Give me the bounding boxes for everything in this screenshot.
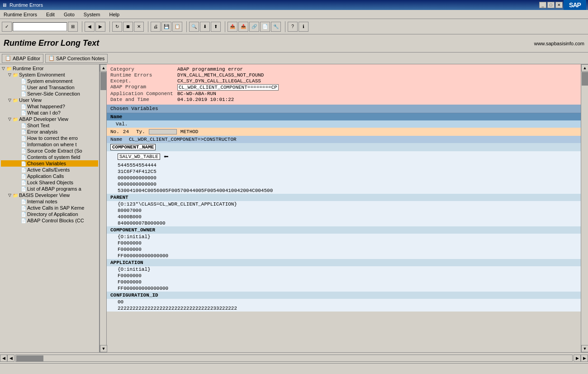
input-icon-btn[interactable]: ⊞ xyxy=(68,22,78,32)
save-btn[interactable]: 💾 xyxy=(161,22,171,32)
doc-icon: 📄 xyxy=(21,218,26,223)
tree-item-label: ABAP Control Blocks (CC xyxy=(27,218,84,223)
refresh-btn[interactable]: ↻ xyxy=(112,22,122,32)
toolbar-group-help: ? ℹ xyxy=(288,22,308,32)
misc-btn3[interactable]: 🔗 xyxy=(249,22,259,32)
sep-4 xyxy=(186,21,187,32)
menu-edit[interactable]: Edit xyxy=(44,11,57,18)
data-section: COMPONENT_NAME SALV_WD_TABLE ⬅ 544555455… xyxy=(107,143,588,312)
tree-scrollbar[interactable]: ▲ ▼ xyxy=(100,64,107,352)
misc-btn2[interactable]: 📥 xyxy=(238,22,248,32)
misc-btn4[interactable]: 📄 xyxy=(260,22,270,32)
tree-item-what-can-i-do[interactable]: 📄What can I do? xyxy=(1,110,98,116)
info-btn[interactable]: ℹ xyxy=(299,22,308,32)
floppy-btn[interactable]: 📋 xyxy=(172,22,182,32)
h-scroll-right2[interactable]: ▶ xyxy=(574,355,581,362)
list-item: FF000000000000000 xyxy=(107,253,588,259)
back-btn[interactable]: ◀ xyxy=(85,22,95,32)
doc-icon: 📄 xyxy=(21,142,26,147)
doc-icon: 📄 xyxy=(21,123,26,128)
tree-item-active-calls-events[interactable]: 📄Active Calls/Events xyxy=(1,167,98,173)
tree-item-label: Information on where t xyxy=(27,142,76,147)
tree-item-application-calls[interactable]: 📄Application Calls xyxy=(1,173,98,179)
tree-scroll-up[interactable]: ▲ xyxy=(100,64,107,72)
error-row-component: Application Component BC-WD-ABA-RUN xyxy=(110,91,584,96)
list-item: {O:123*\CLASS=CL_WDR_CLIENT_APPLICATION} xyxy=(107,201,588,207)
tree-item-abap-control-blocks[interactable]: 📄ABAP Control Blocks (CC xyxy=(1,217,98,224)
cancel-btn[interactable]: ✕ xyxy=(134,22,144,32)
tree-scroll-down[interactable]: ▼ xyxy=(100,345,107,352)
close-btn[interactable]: ✕ xyxy=(555,2,563,8)
error-row-category: Category ABAP programming error xyxy=(110,67,584,72)
content-scroll-up[interactable]: ▲ xyxy=(581,64,588,72)
tree-item-system-environment[interactable]: ▽📁System Environment xyxy=(1,72,98,78)
abap-editor-label: ABAP Editor xyxy=(13,56,40,61)
tree-item-server-side[interactable]: 📄Server-Side Connection xyxy=(1,91,98,97)
folder-icon: 📁 xyxy=(6,66,12,71)
menu-goto[interactable]: Goto xyxy=(62,11,76,18)
tree-item-basis-developer-view[interactable]: ▽📁BASIS Developer View xyxy=(1,192,98,198)
folder-icon: 📁 xyxy=(13,72,18,77)
tree-scroll-thumb[interactable] xyxy=(100,72,107,90)
tree-item-label: Source Code Extract (So xyxy=(27,148,82,153)
folder-icon: 📁 xyxy=(13,117,18,122)
print-btn[interactable]: 🖨 xyxy=(151,22,161,32)
content-scrollbar[interactable]: ▲ ▼ xyxy=(581,64,588,352)
tree-item-user-transaction[interactable]: 📄User and Transaction xyxy=(1,84,98,91)
h-scroll-track xyxy=(15,355,573,362)
tree-item-internal-notes[interactable]: 📄Internal notes xyxy=(1,198,98,205)
doc-icon: 📄 xyxy=(21,155,26,160)
tree-item-how-to-correct[interactable]: 📄How to correct the erro xyxy=(1,135,98,141)
toolbar-group-misc: 📤 📥 🔗 📄 🔧 xyxy=(228,22,281,32)
error-row-abap: ABAP Program CL_WDR_CLIENT_COMPONENT====… xyxy=(110,84,584,91)
stop-btn[interactable]: ⏹ xyxy=(123,22,133,32)
minimize-btn[interactable]: _ xyxy=(539,2,546,8)
correction-notes-btn[interactable]: 📋 SAP Correction Notes xyxy=(45,54,108,63)
content-scroll-thumb[interactable] xyxy=(582,72,588,86)
content-scroll-down[interactable]: ▼ xyxy=(581,345,588,352)
tree-item-user-view[interactable]: ▽📁User View xyxy=(1,97,98,103)
find-next-btn[interactable]: ⬇ xyxy=(200,22,210,32)
abap-editor-btn[interactable]: 📋 ABAP Editor xyxy=(2,54,43,63)
h-scroll-thumb[interactable] xyxy=(16,355,43,362)
tree-item-information-on-where[interactable]: 📄Information on where t xyxy=(1,141,98,148)
h-scroll-right[interactable]: ▶ xyxy=(581,355,588,362)
content-panel: Category ABAP programming error Runtime … xyxy=(107,64,588,352)
tree-item-contents-system-fields[interactable]: 📄Contents of system field xyxy=(1,154,98,160)
checkmark-btn[interactable]: ✓ xyxy=(2,22,12,32)
list-item: F0000000 xyxy=(107,273,588,279)
find-prev-btn[interactable]: ⬆ xyxy=(211,22,221,32)
sep-5 xyxy=(225,21,225,32)
tree-item-short-text[interactable]: 📄Short Text xyxy=(1,122,98,129)
tree-item-source-code-extract[interactable]: 📄Source Code Extract (So xyxy=(1,148,98,154)
misc-btn1[interactable]: 📤 xyxy=(228,22,237,32)
tree-item-list-abap-programs[interactable]: 📄List of ABAP programs a xyxy=(1,186,98,192)
misc-btn5[interactable]: 🔧 xyxy=(271,22,281,32)
application-label: APPLICATION xyxy=(107,259,588,266)
tree-item-chosen-variables[interactable]: 📄Chosen Variables xyxy=(1,160,98,167)
h-scroll-left[interactable]: ◀ xyxy=(0,355,7,362)
info-no-label: No. xyxy=(110,129,119,134)
command-input[interactable] xyxy=(13,22,67,31)
runtime-label: Runtime Errors xyxy=(110,72,174,78)
menu-help[interactable]: Help xyxy=(107,11,121,18)
menu-system[interactable]: System xyxy=(82,11,102,18)
list-item: F0000000 xyxy=(107,246,588,253)
error-row-runtime: Runtime Errors DYN_CALL_METH_CLASS_NOT_F… xyxy=(110,72,584,78)
tree-item-runtime-error[interactable]: ▽📁Runtime Error xyxy=(1,65,98,72)
forward-btn[interactable]: ▶ xyxy=(95,22,105,32)
tree-item-error-analysis[interactable]: 📄Error analysis xyxy=(1,129,98,135)
tree-item-abap-developer-view[interactable]: ▽📁ABAP Developer View xyxy=(1,116,98,122)
list-item: {O:initial} xyxy=(107,266,588,273)
maximize-btn[interactable]: □ xyxy=(547,2,555,8)
h-scroll-left2[interactable]: ◀ xyxy=(7,355,14,362)
find-btn[interactable]: 🔍 xyxy=(189,22,199,32)
tree-item-what-happened[interactable]: 📄What happened? xyxy=(1,103,98,110)
help-btn[interactable]: ? xyxy=(288,22,298,32)
tree-item-active-calls-sap-kern[interactable]: 📄Active Calls in SAP Kerne xyxy=(1,205,98,211)
menu-runtime-errors[interactable]: Runtime Errors xyxy=(2,11,39,18)
tree-item-system-env-doc[interactable]: 📄System environment xyxy=(1,78,98,84)
tree-item-directory-of-app[interactable]: 📄Directory of Application xyxy=(1,211,98,217)
tree-item-label: Chosen Variables xyxy=(27,161,66,166)
tree-item-lock-shared-objects[interactable]: 📄Lock Shared Objects xyxy=(1,179,98,186)
